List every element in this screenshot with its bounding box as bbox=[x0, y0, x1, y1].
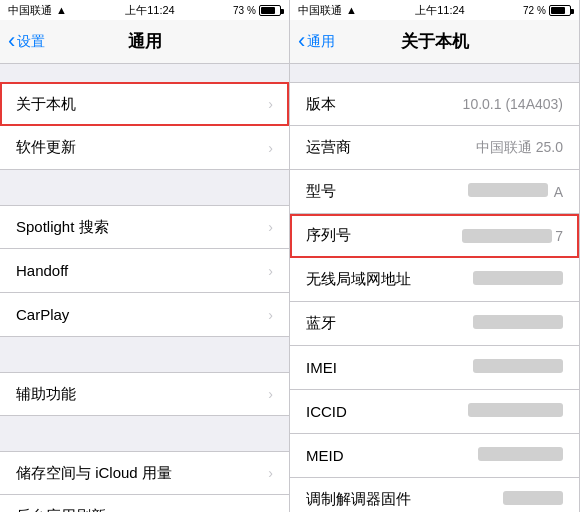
right-iccid-value bbox=[394, 403, 563, 420]
right-item-modem: 调制解调器固件 bbox=[290, 478, 579, 512]
left-item-handoff-value: › bbox=[268, 263, 273, 279]
left-gap-4 bbox=[0, 416, 289, 451]
right-imei-value bbox=[394, 359, 563, 376]
left-gap-1 bbox=[0, 64, 289, 82]
left-section-4: 储存空间与 iCloud 用量 › 后台应用刷新 › bbox=[0, 451, 289, 512]
left-status-bar: 中国联通 ▲ 上午11:24 73% bbox=[0, 0, 289, 20]
right-item-imei: IMEI bbox=[290, 346, 579, 390]
left-wifi-icon: ▲ bbox=[56, 4, 67, 16]
left-item-storage-chevron: › bbox=[268, 465, 273, 481]
right-model-value: A bbox=[394, 183, 563, 200]
right-phone-panel: 中国联通 ▲ 上午11:24 72% ‹ 通用 关于本机 版本 10.0.1 (… bbox=[290, 0, 580, 512]
right-version-value: 10.0.1 (14A403) bbox=[394, 96, 563, 112]
left-list-content: 关于本机 › 软件更新 › Spotlight 搜索 › bbox=[0, 64, 289, 512]
right-iccid-label: ICCID bbox=[306, 403, 386, 420]
left-item-storage[interactable]: 储存空间与 iCloud 用量 › bbox=[0, 451, 289, 495]
right-modem-value bbox=[419, 491, 563, 508]
right-model-label: 型号 bbox=[306, 182, 386, 201]
right-item-meid: MEID bbox=[290, 434, 579, 478]
right-wifi-addr-blur bbox=[473, 271, 563, 285]
left-status-right: 73% bbox=[233, 5, 281, 16]
right-wifi-icon: ▲ bbox=[346, 4, 357, 16]
left-gap-3 bbox=[0, 337, 289, 372]
right-serial-label: 序列号 bbox=[306, 226, 386, 245]
right-bluetooth-blur bbox=[473, 315, 563, 329]
left-item-about[interactable]: 关于本机 › bbox=[0, 82, 289, 126]
left-section-3: 辅助功能 › bbox=[0, 372, 289, 416]
left-item-accessibility[interactable]: 辅助功能 › bbox=[0, 372, 289, 416]
right-section-main: 版本 10.0.1 (14A403) 运营商 中国联通 25.0 型号 A 序列… bbox=[290, 82, 579, 512]
right-imei-label: IMEI bbox=[306, 359, 386, 376]
right-imei-blur bbox=[473, 359, 563, 373]
right-model-suffix: A bbox=[554, 184, 563, 200]
right-item-iccid: ICCID bbox=[290, 390, 579, 434]
left-carrier: 中国联通 bbox=[8, 3, 52, 18]
left-item-carplay-chevron: › bbox=[268, 307, 273, 323]
right-nav-bar: ‹ 通用 关于本机 bbox=[290, 20, 579, 64]
left-time: 上午11:24 bbox=[125, 3, 175, 18]
left-item-spotlight[interactable]: Spotlight 搜索 › bbox=[0, 205, 289, 249]
left-item-spotlight-value: › bbox=[268, 219, 273, 235]
left-battery-pct: 73 bbox=[233, 5, 244, 16]
left-item-about-chevron: › bbox=[268, 96, 273, 112]
left-item-software-label: 软件更新 bbox=[16, 138, 76, 157]
right-status-bar: 中国联通 ▲ 上午11:24 72% bbox=[290, 0, 579, 20]
left-nav-title: 通用 bbox=[128, 30, 162, 53]
left-item-storage-label: 储存空间与 iCloud 用量 bbox=[16, 464, 172, 483]
right-meid-label: MEID bbox=[306, 447, 386, 464]
right-list-content: 版本 10.0.1 (14A403) 运营商 中国联通 25.0 型号 A 序列… bbox=[290, 64, 579, 512]
left-item-background-label: 后台应用刷新 bbox=[16, 507, 106, 512]
left-item-accessibility-chevron: › bbox=[268, 386, 273, 402]
right-bluetooth-value bbox=[394, 315, 563, 332]
left-item-carplay[interactable]: CarPlay › bbox=[0, 293, 289, 337]
right-item-wifi-addr: 无线局域网地址 bbox=[290, 258, 579, 302]
left-item-carplay-label: CarPlay bbox=[16, 306, 69, 323]
right-wifi-addr-value bbox=[419, 271, 563, 288]
left-nav-back[interactable]: ‹ 设置 bbox=[8, 32, 45, 52]
left-item-accessibility-label: 辅助功能 bbox=[16, 385, 76, 404]
right-meid-value bbox=[394, 447, 563, 464]
left-item-background[interactable]: 后台应用刷新 › bbox=[0, 495, 289, 512]
left-item-storage-value: › bbox=[268, 465, 273, 481]
left-back-arrow-icon: ‹ bbox=[8, 30, 15, 52]
left-section-1: 关于本机 › 软件更新 › bbox=[0, 82, 289, 170]
right-item-serial: 序列号 7 bbox=[290, 214, 579, 258]
left-item-software-update[interactable]: 软件更新 › bbox=[0, 126, 289, 170]
right-version-label: 版本 bbox=[306, 95, 386, 114]
left-section-2: Spotlight 搜索 › Handoff › CarPlay › bbox=[0, 205, 289, 337]
right-nav-back[interactable]: ‹ 通用 bbox=[298, 32, 335, 52]
right-battery-icon bbox=[549, 5, 571, 16]
left-nav-bar: ‹ 设置 通用 bbox=[0, 20, 289, 64]
right-item-carrier: 运营商 中国联通 25.0 bbox=[290, 126, 579, 170]
left-item-handoff-label: Handoff bbox=[16, 262, 68, 279]
left-item-handoff-chevron: › bbox=[268, 263, 273, 279]
right-status-left: 中国联通 ▲ bbox=[298, 3, 357, 18]
left-battery-icon bbox=[259, 5, 281, 16]
left-item-background-value: › bbox=[268, 509, 273, 513]
right-serial-blur bbox=[462, 229, 552, 243]
right-iccid-blur bbox=[468, 403, 563, 417]
right-item-version: 版本 10.0.1 (14A403) bbox=[290, 82, 579, 126]
left-status-left: 中国联通 ▲ bbox=[8, 3, 67, 18]
left-item-about-label: 关于本机 bbox=[16, 95, 76, 114]
right-battery-pct: 72 bbox=[523, 5, 534, 16]
right-modem-blur bbox=[503, 491, 563, 505]
left-item-background-chevron: › bbox=[268, 509, 273, 513]
right-carrier: 中国联通 bbox=[298, 3, 342, 18]
left-item-carplay-value: › bbox=[268, 307, 273, 323]
left-gap-2 bbox=[0, 170, 289, 205]
right-item-model: 型号 A bbox=[290, 170, 579, 214]
right-back-label: 通用 bbox=[307, 33, 335, 51]
left-item-about-value: › bbox=[268, 96, 273, 112]
right-back-arrow-icon: ‹ bbox=[298, 30, 305, 52]
left-item-accessibility-value: › bbox=[268, 386, 273, 402]
right-serial-value: 7 bbox=[394, 228, 563, 244]
right-nav-title: 关于本机 bbox=[401, 30, 469, 53]
left-phone-panel: 中国联通 ▲ 上午11:24 73% ‹ 设置 通用 关于本机 › bbox=[0, 0, 290, 512]
right-item-bluetooth: 蓝牙 bbox=[290, 302, 579, 346]
left-item-handoff[interactable]: Handoff › bbox=[0, 249, 289, 293]
right-carrier-value: 中国联通 25.0 bbox=[394, 139, 563, 157]
right-time: 上午11:24 bbox=[415, 3, 465, 18]
left-item-spotlight-label: Spotlight 搜索 bbox=[16, 218, 109, 237]
left-back-label: 设置 bbox=[17, 33, 45, 51]
